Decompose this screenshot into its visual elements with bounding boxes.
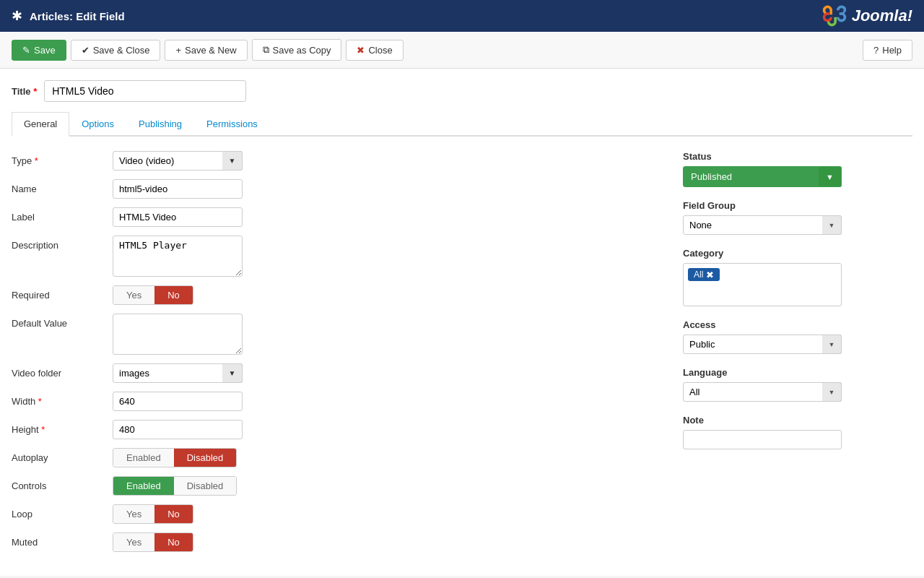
height-label: Height * <box>12 420 105 435</box>
access-label: Access <box>683 319 842 330</box>
name-label: Name <box>12 179 105 194</box>
width-row: Width * <box>12 392 661 411</box>
loop-label: Loop <box>12 504 105 519</box>
autoplay-label: Autoplay <box>12 448 105 463</box>
autoplay-enabled-button[interactable]: Enabled <box>113 449 174 467</box>
muted-toggle: Yes No <box>113 532 193 552</box>
app-header: ✱ Articles: Edit Field Joomla! <box>0 0 924 32</box>
help-button[interactable]: ? Help <box>863 40 912 61</box>
category-tag-close[interactable]: ✖ <box>706 270 714 280</box>
category-box[interactable]: All ✖ <box>683 263 842 306</box>
width-input[interactable] <box>113 392 243 411</box>
label-input[interactable] <box>113 207 243 227</box>
plus-icon: + <box>175 45 181 56</box>
copy-icon: ⧉ <box>263 44 269 56</box>
language-select-wrapper: All <box>683 382 842 402</box>
title-label: Title * <box>12 86 37 97</box>
type-label: Type * <box>12 151 105 166</box>
video-folder-select-wrapper: images ▼ <box>113 363 243 383</box>
left-panel: Type * Video (video) ▼ Name Label <box>12 151 661 561</box>
main-content: Title * General Options Publishing Permi… <box>0 69 924 576</box>
video-folder-row: Video folder images ▼ <box>12 363 661 383</box>
controls-toggle: Enabled Disabled <box>113 476 237 496</box>
note-input[interactable] <box>683 430 842 449</box>
field-group-select-wrapper: None <box>683 215 842 235</box>
save-label: Save <box>34 45 56 56</box>
save-close-button[interactable]: ✔ Save & Close <box>71 40 161 61</box>
save-button[interactable]: ✎ Save <box>12 40 66 61</box>
controls-enabled-button[interactable]: Enabled <box>113 477 174 495</box>
video-folder-select[interactable]: images <box>113 363 243 383</box>
height-row: Height * <box>12 420 661 439</box>
header-left: ✱ Articles: Edit Field <box>12 8 125 24</box>
status-wrapper: Published ▼ <box>683 166 842 187</box>
save-close-label: Save & Close <box>93 45 150 56</box>
label-label: Label <box>12 207 105 223</box>
save-new-button[interactable]: + Save & New <box>165 40 247 61</box>
description-textarea[interactable]: HTML5 Player <box>113 236 243 277</box>
category-tag-label: All <box>694 269 703 280</box>
category-tag-all: All ✖ <box>688 268 720 281</box>
save-icon: ✎ <box>22 45 30 56</box>
required-star: * <box>33 86 37 97</box>
puzzle-icon: ✱ <box>12 8 22 24</box>
joomla-logo: Joomla! <box>821 3 912 29</box>
name-input[interactable] <box>113 179 243 199</box>
required-no-button[interactable]: No <box>154 286 193 304</box>
type-row: Type * Video (video) ▼ <box>12 151 661 171</box>
tab-general[interactable]: General <box>12 112 69 137</box>
video-folder-label: Video folder <box>12 363 105 379</box>
controls-label: Controls <box>12 476 105 491</box>
status-select-button[interactable]: Published <box>683 166 819 187</box>
language-select[interactable]: All <box>683 382 842 402</box>
save-copy-button[interactable]: ⧉ Save as Copy <box>252 39 342 61</box>
field-group-select[interactable]: None <box>683 215 842 235</box>
close-label: Close <box>368 45 392 56</box>
controls-disabled-button[interactable]: Disabled <box>174 477 237 495</box>
help-label: Help <box>882 45 902 56</box>
joomla-brand-text: Joomla! <box>852 7 912 25</box>
access-select-wrapper: Public <box>683 335 842 354</box>
access-select[interactable]: Public <box>683 335 842 354</box>
title-input[interactable] <box>44 80 246 102</box>
required-label: Required <box>12 285 105 301</box>
loop-row: Loop Yes No <box>12 504 661 524</box>
close-button[interactable]: ✖ Close <box>346 40 403 61</box>
category-label: Category <box>683 248 842 259</box>
page-title: Articles: Edit Field <box>30 10 125 22</box>
help-icon: ? <box>873 45 879 56</box>
tabs: General Options Publishing Permissions <box>12 112 912 137</box>
muted-no-button[interactable]: No <box>154 533 193 551</box>
loop-no-button[interactable]: No <box>154 505 193 523</box>
category-section: Category All ✖ <box>683 248 842 306</box>
status-section: Status Published ▼ <box>683 151 842 187</box>
save-copy-label: Save as Copy <box>273 45 331 56</box>
status-dropdown-button[interactable]: ▼ <box>819 166 842 187</box>
default-value-row: Default Value <box>12 314 661 355</box>
label-row: Label <box>12 207 661 227</box>
field-group-section: Field Group None <box>683 200 842 235</box>
check-icon: ✔ <box>82 45 90 56</box>
tab-options[interactable]: Options <box>69 112 126 135</box>
required-yes-button[interactable]: Yes <box>113 286 154 304</box>
type-select-wrapper: Video (video) ▼ <box>113 151 243 171</box>
loop-yes-button[interactable]: Yes <box>113 505 154 523</box>
height-input[interactable] <box>113 420 243 439</box>
autoplay-disabled-button[interactable]: Disabled <box>174 449 237 467</box>
name-row: Name <box>12 179 661 199</box>
description-label: Description <box>12 236 105 251</box>
note-section: Note <box>683 415 842 449</box>
default-value-textarea[interactable] <box>113 314 243 355</box>
width-label: Width * <box>12 392 105 407</box>
title-row: Title * <box>12 80 912 102</box>
tab-permissions[interactable]: Permissions <box>194 112 270 135</box>
muted-yes-button[interactable]: Yes <box>113 533 154 551</box>
muted-label: Muted <box>12 532 105 548</box>
access-section: Access Public <box>683 319 842 354</box>
tab-publishing[interactable]: Publishing <box>126 112 194 135</box>
default-value-label: Default Value <box>12 314 105 329</box>
note-label: Note <box>683 415 842 426</box>
save-new-label: Save & New <box>185 45 237 56</box>
type-select[interactable]: Video (video) <box>113 151 243 171</box>
description-row: Description HTML5 Player <box>12 236 661 277</box>
